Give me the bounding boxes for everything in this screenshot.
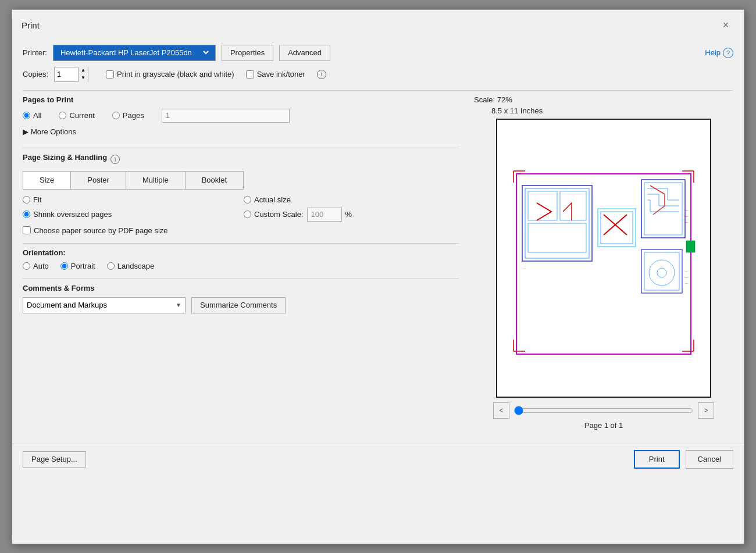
page-sizing-title-row: Page Sizing & Handling i bbox=[23, 153, 459, 166]
page-slider[interactable] bbox=[514, 405, 693, 416]
svg-text:—: — bbox=[522, 267, 526, 270]
copies-down-button[interactable]: ▼ bbox=[79, 74, 88, 82]
comments-select[interactable]: Document and Markups Document Document a… bbox=[23, 298, 185, 313]
copies-spinner: ▲ ▼ bbox=[78, 67, 88, 82]
portrait-orient-text: Portrait bbox=[71, 262, 95, 270]
grayscale-checkbox[interactable] bbox=[106, 70, 114, 79]
landscape-orient-radio[interactable] bbox=[107, 262, 115, 270]
page-sizing-tabs: Size Poster Multiple Booklet bbox=[23, 171, 244, 190]
pages-title: Pages to Print bbox=[23, 95, 459, 104]
preview-svg: — — — — — — — bbox=[505, 127, 702, 389]
current-page-label[interactable]: Current bbox=[59, 111, 94, 120]
actual-size-radio-label[interactable]: Actual size bbox=[244, 195, 459, 204]
custom-scale-radio[interactable] bbox=[244, 211, 251, 218]
choose-paper-checkbox[interactable] bbox=[23, 226, 31, 234]
custom-scale-input[interactable] bbox=[307, 208, 342, 222]
page-sizing-info-icon: i bbox=[110, 155, 120, 164]
actual-size-text: Actual size bbox=[254, 195, 291, 204]
pages-range-input[interactable] bbox=[162, 109, 290, 123]
grayscale-row: Print in grayscale (black and white) Sav… bbox=[106, 70, 733, 79]
cancel-button[interactable]: Cancel bbox=[686, 450, 733, 469]
all-pages-text: All bbox=[33, 111, 41, 120]
fit-radio-label[interactable]: Fit bbox=[23, 195, 238, 204]
printer-select-wrapper[interactable]: Hewlett-Packard HP LaserJet P2055dn bbox=[53, 45, 216, 61]
help-icon: ? bbox=[723, 48, 733, 58]
tab-multiple[interactable]: Multiple bbox=[126, 172, 186, 189]
auto-orient-label[interactable]: Auto bbox=[23, 262, 49, 270]
properties-button[interactable]: Properties bbox=[222, 45, 273, 61]
advanced-button[interactable]: Advanced bbox=[279, 45, 330, 61]
custom-scale-row: Custom Scale: % bbox=[244, 208, 459, 222]
printer-select[interactable]: Hewlett-Packard HP LaserJet P2055dn bbox=[58, 48, 211, 58]
tab-booklet[interactable]: Booklet bbox=[186, 172, 243, 189]
portrait-orient-label[interactable]: Portrait bbox=[60, 262, 95, 270]
print-button[interactable]: Print bbox=[634, 450, 680, 469]
page-range-input[interactable] bbox=[514, 406, 693, 415]
auto-orient-text: Auto bbox=[33, 262, 49, 270]
prev-page-button[interactable]: < bbox=[493, 402, 509, 419]
copies-up-button[interactable]: ▲ bbox=[79, 67, 88, 74]
printer-row: Printer: Hewlett-Packard HP LaserJet P20… bbox=[23, 45, 733, 61]
tab-size[interactable]: Size bbox=[23, 172, 71, 189]
next-page-button[interactable]: > bbox=[698, 402, 714, 419]
landscape-orient-text: Landscape bbox=[117, 262, 155, 270]
main-content: Pages to Print All Current Pages bbox=[23, 95, 733, 430]
orientation-label: Orientation: bbox=[23, 248, 459, 257]
auto-orient-radio[interactable] bbox=[23, 262, 30, 270]
save-ink-checkbox[interactable] bbox=[246, 70, 254, 79]
svg-text:—: — bbox=[685, 209, 688, 212]
custom-scale-radio-label[interactable]: Custom Scale: bbox=[244, 210, 304, 219]
current-page-radio[interactable] bbox=[59, 112, 66, 119]
choose-paper-checkbox-label[interactable]: Choose paper source by PDF page size bbox=[23, 226, 168, 235]
pages-range-text: Pages bbox=[123, 111, 144, 120]
choose-paper-text: Choose paper source by PDF page size bbox=[34, 226, 168, 235]
pages-to-print-section: Pages to Print All Current Pages bbox=[23, 95, 459, 137]
pages-radio-row: All Current Pages bbox=[23, 109, 459, 123]
more-options-toggle[interactable]: ▶ More Options bbox=[23, 126, 459, 137]
svg-text:—: — bbox=[685, 270, 688, 273]
help-link[interactable]: Help ? bbox=[705, 48, 733, 58]
bottom-right-buttons: Print Cancel bbox=[634, 450, 733, 469]
copies-input-wrap: ▲ ▼ bbox=[54, 67, 88, 82]
svg-text:—: — bbox=[685, 220, 688, 224]
page-sizing-section: Page Sizing & Handling i Size Poster Mul… bbox=[23, 153, 459, 235]
close-button[interactable]: × bbox=[717, 17, 734, 34]
comments-title: Comments & Forms bbox=[23, 284, 459, 292]
landscape-orient-label[interactable]: Landscape bbox=[107, 262, 155, 270]
tab-poster[interactable]: Poster bbox=[71, 172, 126, 189]
shrink-radio-label[interactable]: Shrink oversized pages bbox=[23, 208, 238, 222]
copies-input[interactable] bbox=[55, 67, 78, 81]
print-dialog: Print × Printer: Hewlett-Packard HP Lase… bbox=[12, 9, 744, 544]
more-options-arrow: ▶ bbox=[23, 127, 28, 136]
left-panel: Pages to Print All Current Pages bbox=[23, 95, 465, 430]
custom-scale-text: Custom Scale: bbox=[254, 210, 304, 219]
shrink-radio[interactable] bbox=[23, 211, 30, 218]
help-link-text: Help bbox=[705, 48, 721, 57]
page-setup-button[interactable]: Page Setup... bbox=[23, 451, 86, 468]
save-ink-info-icon: i bbox=[317, 70, 326, 79]
summarize-comments-button[interactable]: Summarize Comments bbox=[191, 297, 286, 313]
orientation-section: Orientation: Auto Portrait Landscape bbox=[23, 248, 459, 270]
svg-text:—: — bbox=[685, 276, 688, 279]
grayscale-checkbox-label[interactable]: Print in grayscale (black and white) bbox=[106, 70, 234, 79]
dialog-title: Print bbox=[22, 20, 40, 30]
save-ink-label: Save ink/toner bbox=[257, 70, 305, 79]
fit-radio[interactable] bbox=[23, 196, 30, 204]
save-ink-checkbox-label[interactable]: Save ink/toner bbox=[246, 70, 305, 79]
nav-row: < > bbox=[493, 402, 714, 419]
portrait-orient-radio[interactable] bbox=[60, 262, 68, 270]
copies-label: Copies: bbox=[23, 70, 48, 79]
page-sizing-title: Page Sizing & Handling bbox=[23, 153, 107, 162]
more-options-text: More Options bbox=[31, 127, 76, 136]
all-pages-label[interactable]: All bbox=[23, 111, 41, 120]
scale-unit: % bbox=[345, 210, 352, 219]
all-pages-radio[interactable] bbox=[23, 112, 30, 119]
actual-size-radio[interactable] bbox=[244, 196, 251, 204]
copies-row: Copies: ▲ ▼ Print in grayscale (black an… bbox=[23, 67, 733, 82]
orientation-radios: Auto Portrait Landscape bbox=[23, 262, 459, 270]
choose-paper-row: Choose paper source by PDF page size bbox=[23, 226, 459, 235]
shrink-text: Shrink oversized pages bbox=[33, 210, 112, 219]
pages-range-radio[interactable] bbox=[112, 112, 120, 119]
svg-rect-25 bbox=[686, 241, 695, 252]
pages-range-label[interactable]: Pages bbox=[112, 111, 144, 120]
